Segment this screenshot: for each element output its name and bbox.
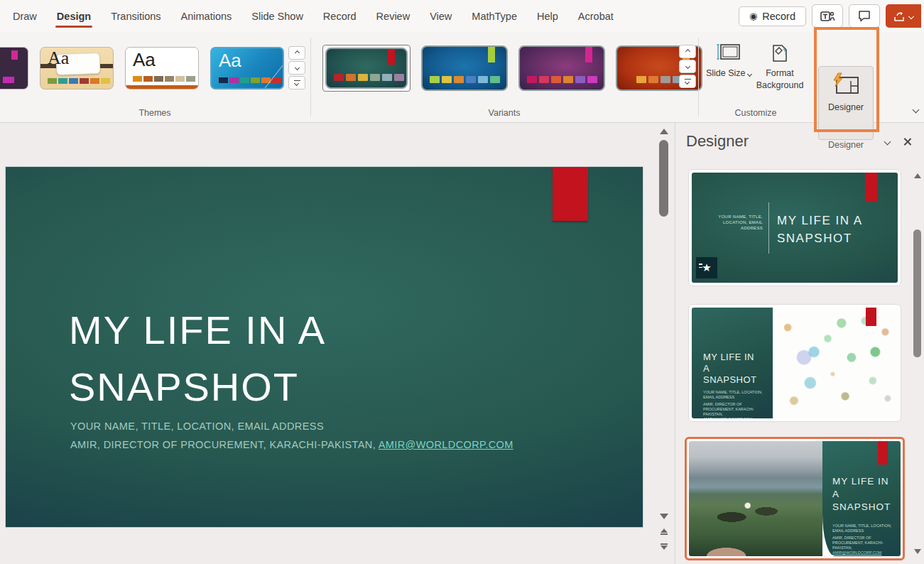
suggestion-2-teal-panel: MY LIFE IN A SNAPSHOT YOUR NAME, TITLE, …	[692, 308, 773, 418]
tab-view[interactable]: View	[420, 2, 462, 31]
theme-sample-text: Aa	[133, 49, 156, 71]
suggestion-3-title: MY LIFE IN A SNAPSHOT	[832, 475, 892, 514]
main-vertical-scrollbar	[658, 123, 670, 564]
variant-accent-tag	[585, 47, 592, 63]
theme-thumbnail-purple[interactable]	[0, 47, 28, 90]
variants-scroll-down-button[interactable]	[679, 60, 696, 73]
variant-selected-frame	[322, 45, 411, 92]
variant-color-swatches	[527, 76, 597, 83]
red-accent-tab	[865, 173, 878, 201]
mountain-photo	[689, 441, 822, 556]
slide-red-accent-rectangle	[553, 167, 588, 221]
pane-collapse-button[interactable]	[877, 131, 897, 151]
tab-review[interactable]: Review	[366, 2, 420, 31]
variants-group: Variants	[312, 32, 696, 122]
theme-sample-text: Aa	[48, 48, 69, 69]
theme-thumbnail-blue-selected[interactable]: Aa	[210, 47, 284, 90]
previous-slide-button[interactable]	[658, 526, 670, 537]
pane-scroll-up-button[interactable]	[912, 170, 923, 181]
design-suggestion-2[interactable]: MY LIFE IN A SNAPSHOT YOUR NAME, TITLE, …	[688, 304, 901, 422]
slide-subtitle[interactable]: YOUR NAME, TITLE, LOCATION, EMAIL ADDRES…	[70, 417, 513, 454]
pane-vertical-scrollbar	[912, 123, 923, 564]
tab-transitions[interactable]: Transitions	[101, 2, 170, 31]
suggestion-3-details: YOUR NAME, TITLE, LOCATION, EMAIL ADDRES…	[832, 524, 893, 555]
ribbon-tabs: Draw Design Transitions Animations Slide…	[0, 2, 624, 31]
collapse-ribbon-button[interactable]	[913, 102, 918, 115]
slide-email-link[interactable]: AMIR@WORLDCORP.COM	[379, 439, 513, 450]
designer-badge: ★	[696, 257, 717, 278]
record-button[interactable]: ◉ Record	[739, 6, 806, 26]
slide-size-label: Slide Size	[706, 67, 751, 80]
tab-design[interactable]: Design	[47, 2, 101, 31]
variant-color-swatches	[334, 74, 404, 81]
suggestion-3-link: AMIR@WORLDCORP.COM	[832, 551, 893, 555]
scroll-down-button[interactable]	[658, 511, 670, 522]
slide-size-icon	[716, 42, 741, 63]
variant-thumbnail-teal-selected[interactable]	[325, 48, 408, 89]
theme-swatch	[3, 77, 14, 83]
variants-scroll-up-button[interactable]	[679, 45, 696, 58]
designer-button-label: Designer	[828, 102, 864, 112]
themes-more-button[interactable]	[288, 76, 305, 90]
themes-group-label: Themes	[0, 108, 310, 118]
divider-line	[768, 202, 769, 254]
format-background-icon	[768, 42, 791, 63]
design-suggestion-1[interactable]: YOUR NAME, TITLE, LOCATION, EMAIL ADDRES…	[688, 169, 901, 286]
tab-mathtype[interactable]: MathType	[462, 2, 527, 31]
ribbon: Aa Aa Aa	[0, 32, 924, 123]
theme-thumbnail-white[interactable]: Aa	[125, 47, 199, 90]
design-suggestion-3-selected[interactable]: MY LIFE IN A SNAPSHOT YOUR NAME, TITLE, …	[685, 437, 905, 560]
tab-draw[interactable]: Draw	[3, 2, 47, 31]
customize-group-label: Customize	[700, 108, 812, 118]
red-accent-tab	[878, 441, 888, 465]
suggestion-2-link: AMIR@WORLDCORP.COM	[703, 417, 764, 418]
tab-animations[interactable]: Animations	[171, 2, 242, 31]
format-background-button[interactable]: Format Background	[755, 39, 805, 113]
slide-title-line1: MY LIFE IN A	[69, 302, 326, 359]
variant-thumbnail-blue[interactable]	[421, 45, 508, 91]
theme-color-swatches	[219, 77, 281, 83]
slide-subtitle-line2: AMIR, DIRECTOR OF PROCUREMENT, KARACHI-P…	[70, 435, 513, 454]
tab-record[interactable]: Record	[313, 2, 366, 31]
tab-slide-show[interactable]: Slide Show	[241, 2, 313, 31]
variant-accent-tag	[488, 47, 495, 63]
next-slide-button[interactable]	[658, 541, 670, 552]
teams-icon	[820, 9, 835, 23]
theme-sample-text: Aa	[219, 50, 241, 72]
comments-button[interactable]	[849, 4, 880, 28]
pane-scrollbar-thumb[interactable]	[913, 229, 921, 357]
variants-more-button[interactable]	[679, 75, 696, 88]
slide-canvas[interactable]: MY LIFE IN A SNAPSHOT YOUR NAME, TITLE, …	[6, 167, 643, 527]
themes-scroll-buttons	[288, 46, 305, 90]
variant-color-swatches	[430, 76, 500, 83]
suggestion-2-details: YOUR NAME, TITLE, LOCATION, EMAIL ADDRES…	[703, 390, 764, 418]
menu-bar: Draw Design Transitions Animations Slide…	[0, 0, 924, 32]
slide-size-button[interactable]: Slide Size	[704, 39, 754, 113]
designer-pane-header: Designer	[686, 131, 917, 151]
close-icon	[903, 137, 912, 146]
theme-accent-tag	[11, 50, 18, 60]
share-dropdown-chevron-icon[interactable]	[908, 13, 914, 18]
customize-group: Slide Size Format Background Customize	[700, 32, 812, 122]
tab-help[interactable]: Help	[527, 2, 568, 31]
menubar-right-controls: ◉ Record	[739, 4, 924, 28]
teams-share-button[interactable]	[812, 4, 843, 28]
slide-subtitle-line1: YOUR NAME, TITLE, LOCATION, EMAIL ADDRES…	[70, 417, 513, 435]
variants-group-label: Variants	[312, 108, 696, 118]
theme-bottom-bar	[126, 85, 198, 89]
pane-scroll-down-button[interactable]	[912, 546, 923, 557]
share-button[interactable]	[886, 4, 921, 28]
theme-thumbnail-tan[interactable]: Aa	[40, 47, 114, 90]
variant-thumbnail-purple[interactable]	[518, 45, 605, 91]
designer-pane: Designer YOUR NAME, TITLE, LOCATION, EMA…	[675, 123, 924, 564]
scrollbar-thumb[interactable]	[659, 140, 668, 217]
suggestion-1-side-text: YOUR NAME, TITLE, LOCATION, EMAIL ADDRES…	[707, 214, 763, 231]
variants-gallery	[322, 45, 702, 92]
scroll-up-button[interactable]	[658, 126, 670, 137]
designer-button[interactable]: Designer	[818, 66, 874, 140]
slide-title[interactable]: MY LIFE IN A SNAPSHOT	[69, 302, 326, 416]
themes-scroll-down-button[interactable]	[288, 61, 305, 75]
themes-scroll-up-button[interactable]	[288, 46, 305, 60]
variants-scroll-buttons	[679, 45, 696, 88]
tab-acrobat[interactable]: Acrobat	[568, 2, 624, 31]
